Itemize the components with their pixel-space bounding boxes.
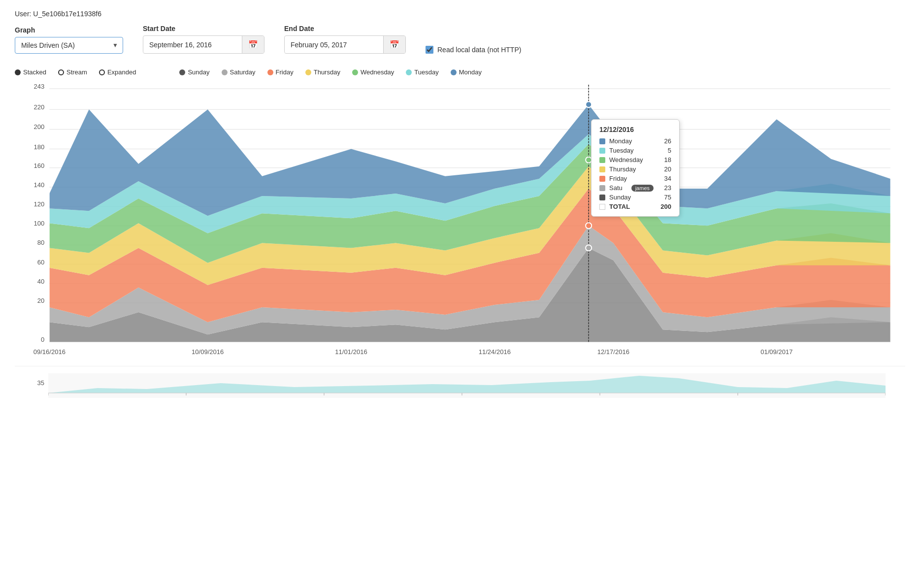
- svg-text:100: 100: [33, 220, 44, 227]
- expanded-label: Expanded: [107, 68, 136, 76]
- svg-text:01/09/2017: 01/09/2017: [760, 348, 792, 356]
- svg-text:60: 60: [37, 259, 45, 266]
- svg-text:10/09/2016: 10/09/2016: [192, 348, 224, 356]
- end-date-input[interactable]: [285, 37, 383, 53]
- legend-wednesday[interactable]: Wednesday: [352, 68, 394, 76]
- svg-text:160: 160: [33, 162, 44, 169]
- legend-bar: Stacked Stream Expanded Sunday Saturday …: [15, 68, 905, 76]
- svg-text:80: 80: [37, 239, 45, 246]
- svg-text:120: 120: [33, 200, 44, 208]
- legend-sunday[interactable]: Sunday: [179, 68, 209, 76]
- graph-label: Graph: [15, 26, 123, 34]
- thursday-label: Thursday: [314, 68, 340, 76]
- legend-monday[interactable]: Monday: [451, 68, 482, 76]
- chart-section: Stacked Stream Expanded Sunday Saturday …: [0, 64, 920, 398]
- stacked-label: Stacked: [23, 68, 46, 76]
- read-local-label: Read local data (not HTTP): [437, 46, 521, 54]
- sunday-label: Sunday: [188, 68, 209, 76]
- start-date-input[interactable]: [143, 37, 242, 53]
- svg-text:11/01/2016: 11/01/2016: [335, 348, 367, 356]
- graph-select-wrapper: Miles Driven (SA) Miles Driven Trips ▼: [15, 37, 123, 54]
- top-bar: User: U_5e106b17e11938f6 Graph Miles Dri…: [0, 0, 920, 64]
- end-date-calendar-button[interactable]: 📅: [383, 36, 405, 53]
- end-date-label: End Date: [284, 25, 406, 33]
- wednesday-label: Wednesday: [361, 68, 394, 76]
- end-date-group: End Date 📅: [284, 25, 406, 54]
- tuesday-label: Tuesday: [414, 68, 438, 76]
- read-local-group: Read local data (not HTTP): [426, 46, 521, 54]
- mini-chart: 35: [15, 366, 905, 398]
- svg-text:200: 200: [33, 123, 44, 131]
- svg-text:243: 243: [33, 83, 44, 90]
- thursday-dot: [305, 69, 311, 75]
- start-date-label: Start Date: [143, 25, 264, 33]
- expanded-icon: [99, 69, 105, 75]
- svg-text:20: 20: [37, 297, 45, 304]
- controls-bar: Graph Miles Driven (SA) Miles Driven Tri…: [15, 25, 905, 54]
- wednesday-dot: [352, 69, 358, 75]
- graph-control-group: Graph Miles Driven (SA) Miles Driven Tri…: [15, 26, 123, 54]
- legend-friday[interactable]: Friday: [267, 68, 294, 76]
- stream-icon: [58, 69, 64, 75]
- read-local-checkbox[interactable]: [426, 46, 433, 54]
- svg-text:180: 180: [33, 143, 44, 151]
- svg-text:12/17/2016: 12/17/2016: [597, 348, 629, 356]
- mini-chart-svg: [48, 368, 886, 398]
- svg-text:40: 40: [37, 278, 45, 285]
- stream-label: Stream: [66, 68, 87, 76]
- svg-text:220: 220: [33, 103, 44, 111]
- svg-point-38: [586, 245, 591, 251]
- user-label: User: U_5e106b17e11938f6: [15, 10, 905, 18]
- end-date-wrapper: 📅: [284, 35, 406, 54]
- friday-label: Friday: [276, 68, 294, 76]
- svg-point-36: [586, 157, 591, 163]
- graph-select[interactable]: Miles Driven (SA) Miles Driven Trips: [15, 37, 123, 54]
- start-date-calendar-button[interactable]: 📅: [242, 36, 264, 53]
- start-date-wrapper: 📅: [143, 35, 264, 54]
- svg-point-35: [586, 101, 591, 107]
- tuesday-dot: [406, 69, 412, 75]
- legend-stacked[interactable]: Stacked: [15, 68, 46, 76]
- svg-point-37: [586, 223, 591, 229]
- svg-text:11/24/2016: 11/24/2016: [479, 348, 511, 356]
- legend-expanded[interactable]: Expanded: [99, 68, 136, 76]
- monday-label: Monday: [459, 68, 482, 76]
- legend-tuesday[interactable]: Tuesday: [406, 68, 438, 76]
- friday-dot: [267, 69, 273, 75]
- legend-stream[interactable]: Stream: [58, 68, 87, 76]
- legend-saturday[interactable]: Saturday: [222, 68, 256, 76]
- svg-text:09/16/2016: 09/16/2016: [33, 348, 66, 356]
- stacked-icon: [15, 69, 21, 75]
- main-chart-svg: 243 220 200 180 160 140 120 100 80 60 40…: [15, 80, 905, 362]
- chart-container: 243 220 200 180 160 140 120 100 80 60 40…: [15, 80, 905, 362]
- monday-dot: [451, 69, 457, 75]
- start-date-group: Start Date 📅: [143, 25, 264, 54]
- saturday-label: Saturday: [230, 68, 256, 76]
- svg-text:140: 140: [33, 181, 44, 189]
- legend-thursday[interactable]: Thursday: [305, 68, 340, 76]
- saturday-dot: [222, 69, 228, 75]
- sunday-dot: [179, 69, 185, 75]
- mini-y-label: 35: [15, 379, 44, 387]
- svg-text:0: 0: [41, 336, 44, 343]
